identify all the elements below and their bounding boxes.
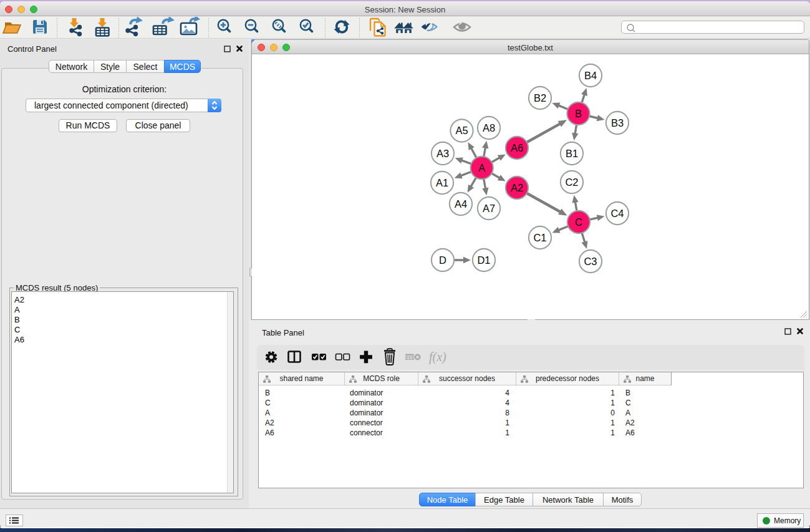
svg-text:B2: B2: [534, 92, 546, 104]
svg-text:f(x): f(x): [429, 350, 446, 364]
svg-text:C2: C2: [565, 177, 578, 188]
svg-text:B4: B4: [584, 70, 597, 81]
svg-text:A7: A7: [483, 203, 495, 214]
svg-text:C: C: [575, 216, 582, 228]
svg-text:B1: B1: [566, 148, 578, 159]
svg-text:A5: A5: [455, 125, 468, 136]
svg-text:C3: C3: [584, 256, 597, 267]
svg-text:C4: C4: [610, 208, 624, 219]
svg-text:A1: A1: [436, 177, 448, 188]
svg-text:A3: A3: [436, 148, 449, 159]
svg-text:A8: A8: [483, 122, 495, 133]
svg-text:A4: A4: [455, 198, 467, 210]
svg-text:B: B: [575, 108, 582, 119]
svg-text:A: A: [478, 162, 485, 173]
svg-text:D1: D1: [477, 254, 490, 266]
svg-text:B3: B3: [611, 117, 624, 128]
svg-text:D: D: [439, 254, 446, 266]
svg-text:C1: C1: [533, 232, 546, 243]
svg-text:A6: A6: [511, 142, 523, 153]
svg-text:A2: A2: [511, 182, 523, 193]
